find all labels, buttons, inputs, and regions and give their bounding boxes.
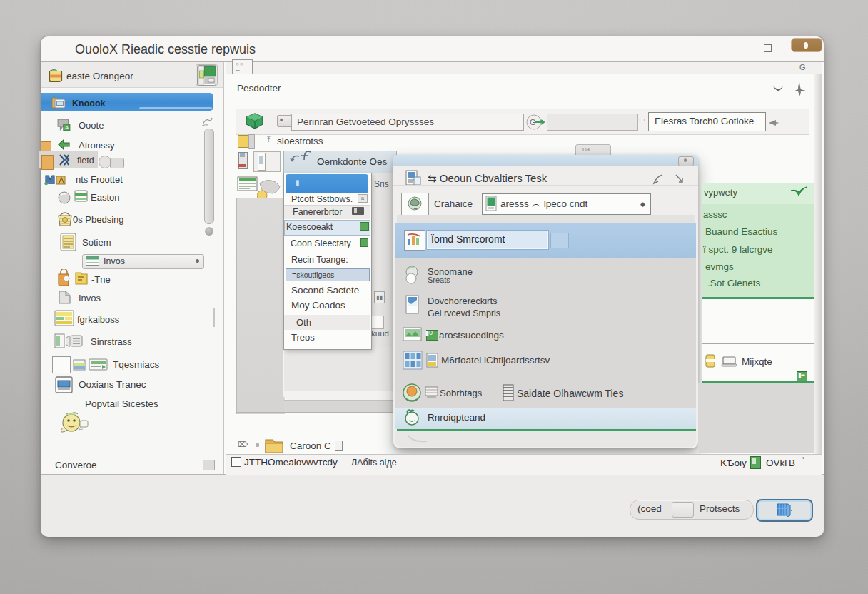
svg-text:G: G xyxy=(530,118,536,126)
svg-text:A: A xyxy=(65,124,69,131)
